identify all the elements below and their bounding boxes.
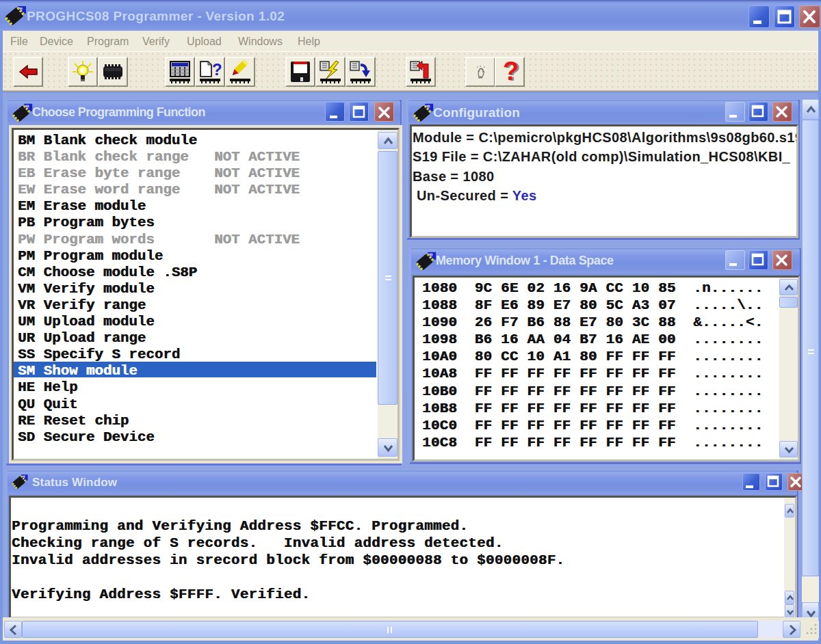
svg-text:?: ?: [503, 58, 519, 85]
svg-text:?: ?: [212, 60, 222, 79]
